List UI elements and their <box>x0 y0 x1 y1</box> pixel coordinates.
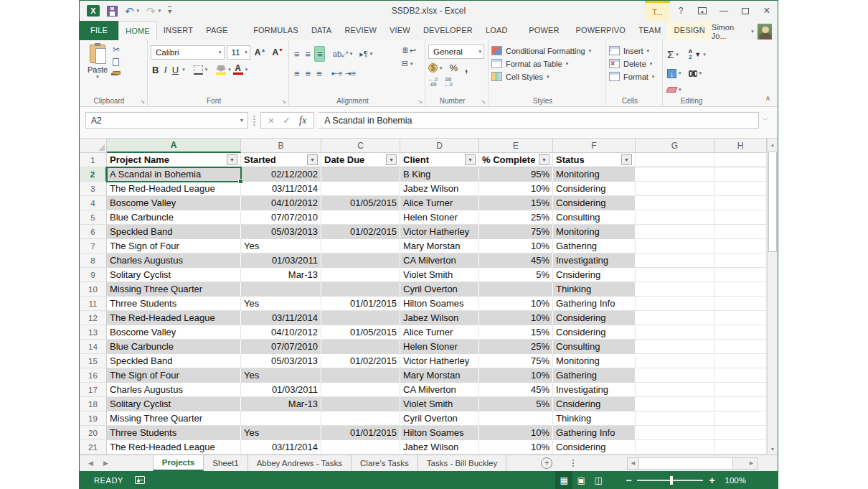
cell-E14[interactable]: 25% <box>479 340 553 354</box>
cell-H8[interactable] <box>714 253 767 268</box>
ribbon-tab-insert[interactable]: INSERT <box>157 21 199 40</box>
cell-D12[interactable]: Jabez Wilson <box>400 311 479 325</box>
cell-A7[interactable]: The Sign of Four <box>107 239 241 253</box>
ribbon-tab-power-que[interactable]: POWER QUE <box>522 21 569 40</box>
column-header-A[interactable]: A <box>107 139 241 153</box>
cell-H21[interactable] <box>714 440 767 455</box>
cell-A13[interactable]: Boscome Valley <box>107 325 241 340</box>
text-direction-icon[interactable]: ▸¶ <box>359 50 367 59</box>
name-box[interactable]: A2 ▾ <box>85 112 248 129</box>
cell-D13[interactable]: Alice Turner <box>400 325 479 340</box>
cell-A10[interactable]: Missing Three Quarter <box>107 282 241 297</box>
cell-F19[interactable]: Thinking <box>553 411 636 426</box>
middle-align-button[interactable]: ≡ <box>303 47 313 61</box>
cell-G10[interactable] <box>636 282 714 297</box>
header-cell-date-due[interactable]: Date Due▼ <box>321 153 400 167</box>
cell-G6[interactable] <box>636 225 714 239</box>
cell-E11[interactable]: 10% <box>479 297 553 311</box>
cell-C17[interactable] <box>321 383 400 397</box>
sheet-tab-tasks-bill-buckley[interactable]: Tasks - Bill Buckley <box>418 455 506 471</box>
customize-quick-access-icon[interactable]: ▾ <box>168 6 171 15</box>
undo-icon[interactable]: ↶ <box>125 6 134 17</box>
cell-B16[interactable]: Yes <box>241 368 321 383</box>
addin-badge[interactable]: T... <box>645 1 670 21</box>
cell-H5[interactable] <box>714 210 767 225</box>
cell-D20[interactable]: Hilton Soames <box>400 426 479 440</box>
ribbon-tab-team[interactable]: TEAM <box>632 21 667 40</box>
cell-H11[interactable] <box>714 297 767 311</box>
decrease-decimal-icon[interactable]: .00→.0 <box>443 77 453 87</box>
cell-A21[interactable]: The Red-Headed League <box>107 440 241 455</box>
fill-button[interactable]: ↓▾ <box>667 69 681 78</box>
cell-H20[interactable] <box>714 426 767 440</box>
cell-H19[interactable] <box>714 411 767 426</box>
cell-D6[interactable]: Victor Hatherley <box>400 225 479 239</box>
cell-H14[interactable] <box>714 340 767 354</box>
ribbon-tab-home[interactable]: HOME <box>118 21 157 40</box>
cell-D18[interactable]: Violet Smith <box>400 397 479 411</box>
cell-H18[interactable] <box>714 397 767 411</box>
cell-C10[interactable] <box>321 282 400 297</box>
cell-G12[interactable] <box>636 311 714 325</box>
cell-H7[interactable] <box>714 239 767 253</box>
zoom-slider-thumb[interactable] <box>670 476 673 485</box>
cell-C8[interactable] <box>321 253 400 268</box>
sort-filter-button[interactable]: AZ▼▾ <box>689 49 706 60</box>
cell-G19[interactable] <box>636 411 714 426</box>
cell-C11[interactable]: 01/01/2015 <box>321 297 400 311</box>
cell-B13[interactable]: 04/10/2012 <box>241 325 321 340</box>
cell-H15[interactable] <box>714 354 767 368</box>
cell-B2[interactable]: 02/12/2002 <box>241 167 321 182</box>
row-header-10[interactable]: 10 <box>80 282 107 297</box>
ribbon-display-options-button[interactable]: ▴ <box>692 1 713 21</box>
insert-function-icon[interactable]: fx <box>299 115 306 126</box>
row-header-1[interactable]: 1 <box>80 153 107 167</box>
macro-record-icon[interactable] <box>135 476 145 484</box>
cell-D3[interactable]: Jabez Wilson <box>400 182 479 196</box>
cell-E6[interactable]: 75% <box>479 225 553 239</box>
fill-color-button[interactable] <box>216 65 226 75</box>
ribbon-tab-view[interactable]: VIEW <box>383 21 417 40</box>
cell-G3[interactable] <box>636 182 714 196</box>
paste-button[interactable]: Paste ▾ <box>82 43 113 95</box>
cell-styles-button[interactable]: Cell Styles▾ <box>491 72 591 81</box>
formula-bar-input[interactable]: A Scandal in Bohemia <box>319 112 759 129</box>
cell-E8[interactable]: 45% <box>479 253 553 268</box>
account-avatar[interactable] <box>758 24 772 39</box>
bold-button[interactable]: B <box>151 65 160 75</box>
borders-icon[interactable] <box>194 65 203 75</box>
cell-A17[interactable]: Charles Augustus <box>107 383 241 397</box>
column-header-F[interactable]: F <box>553 139 636 153</box>
cell-E10[interactable] <box>479 282 553 297</box>
cell-D11[interactable]: Hilton Soames <box>400 297 479 311</box>
filter-button-date-due[interactable]: ▼ <box>386 154 397 165</box>
cell-A12[interactable]: The Red-Headed League <box>107 311 241 325</box>
row-header-20[interactable]: 20 <box>80 426 107 440</box>
cell-A4[interactable]: Boscome Valley <box>107 196 241 210</box>
cell-D17[interactable]: CA Milverton <box>400 383 479 397</box>
row-header-13[interactable]: 13 <box>80 325 107 340</box>
ribbon-tab-design[interactable]: DESIGN <box>667 21 711 40</box>
sheet-tab-projects[interactable]: Projects <box>153 455 204 471</box>
ribbon-tab-page-layou[interactable]: PAGE LAYOU <box>199 21 247 40</box>
cell-C21[interactable] <box>321 440 400 455</box>
cell-E9[interactable]: 5% <box>479 268 553 282</box>
cell-B17[interactable]: 01/03/2011 <box>241 383 321 397</box>
italic-button[interactable]: I <box>162 64 168 75</box>
font-color-dropdown-icon[interactable]: ▾ <box>245 67 248 73</box>
cell-G17[interactable] <box>636 383 714 397</box>
increase-font-size-button[interactable]: A▲ <box>253 47 268 57</box>
cell-C7[interactable] <box>321 239 400 253</box>
cell-G8[interactable] <box>636 253 714 268</box>
cell-H12[interactable] <box>714 311 767 325</box>
cell-F20[interactable]: Gathering Info <box>553 426 636 440</box>
align-left-button[interactable]: ≡ <box>292 66 301 80</box>
header-cell-started[interactable]: Started▼ <box>241 153 321 167</box>
decrease-indent-icon[interactable]: ⇤≡ <box>331 69 343 78</box>
redo-icon[interactable]: ↷ <box>146 6 156 17</box>
row-header-11[interactable]: 11 <box>80 297 107 311</box>
row-header-3[interactable]: 3 <box>80 182 107 196</box>
undo-dropdown-icon[interactable]: ▾ <box>137 8 140 14</box>
center-button[interactable]: ≡ <box>303 66 313 80</box>
font-size-combo[interactable]: 11▾ <box>227 45 250 60</box>
